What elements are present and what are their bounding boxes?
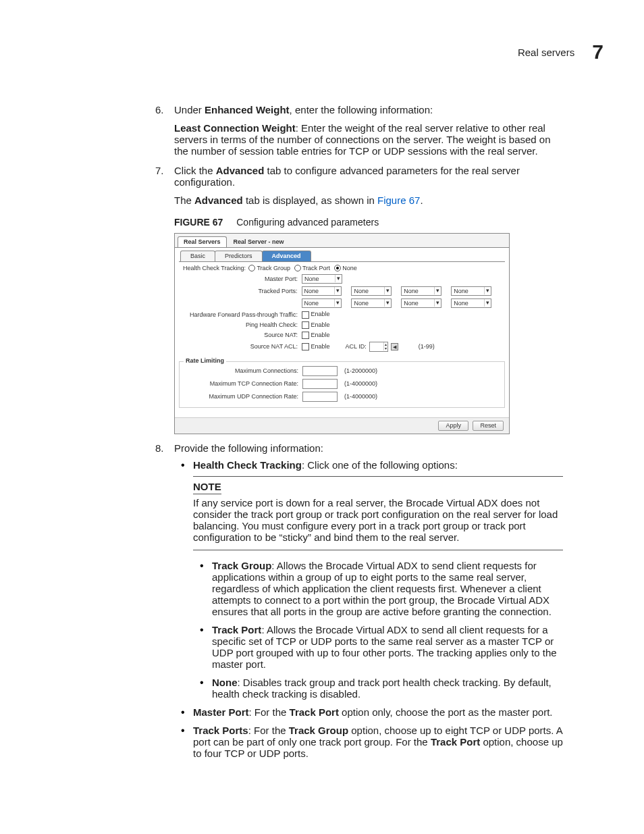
text-bold: Master Port [193,706,249,718]
checkbox-ping[interactable]: Enable [302,321,330,329]
bullet-track-ports: Track Ports: For the Track Group option,… [174,725,563,759]
step8-intro: Provide the following information: [174,442,323,454]
radio-track-group[interactable]: Track Group [248,265,290,272]
text-bold: Track Port [431,736,480,748]
bullet-track-group: Track Group: Allows the Brocade Virtual … [193,560,563,617]
bullet-health-check-tracking: Health Check Tracking: Click one of the … [174,459,563,700]
step7-line2: The Advanced tab is displayed, as shown … [174,194,563,206]
text: Under [174,104,205,115]
checkbox-label: Enable [311,321,330,328]
figure-advanced-tab: Real Servers Real Server - new Basic Pre… [174,233,510,434]
tracked-port-select[interactable]: None [302,298,342,308]
row-hw-forward: Hardware Forward Pass-through Traffic: E… [183,311,501,318]
text: , enter the following information: [290,104,433,115]
apply-button[interactable]: Apply [438,421,468,431]
text: : Click one of the following options: [302,459,458,471]
text: : Disables track group and track port he… [212,677,552,700]
chapter-number: 7 [592,41,603,63]
label: Maximum TCP Connection Rate: [184,380,302,388]
radio-icon [334,265,341,271]
text-bold: Advanced [216,165,265,176]
rate-limiting-group: Rate Limiting Maximum Connections: (1-20… [179,361,505,408]
max-tcp-input[interactable] [302,379,338,389]
text-bold: Health Check Tracking [193,459,302,471]
tracked-port-select[interactable]: None [401,286,441,296]
tracked-port-select[interactable]: None [451,286,491,296]
tracked-port-select[interactable]: None [302,286,342,296]
row-max-tcp: Maximum TCP Connection Rate: (1-4000000) [184,379,500,389]
checkbox-label: Enable [311,343,330,350]
range-hint: (1-2000000) [344,367,377,375]
step6-sub: Least Connection Weight: Enter the weigh… [174,122,563,157]
checkbox-icon [302,321,309,329]
figure-link[interactable]: Figure 67 [377,194,420,206]
master-port-select[interactable]: None [302,274,342,284]
checkbox-icon [302,332,309,339]
subtab-bar: Basic Predictors Advanced [175,248,509,261]
text: The [174,194,194,206]
form-body: Health Check Tracking: Track Group Track… [179,261,505,356]
step6-intro: Under Enhanced Weight, enter the followi… [174,104,433,115]
step-6: 6. Under Enhanced Weight, enter the foll… [155,104,563,157]
checkbox-source-nat-acl[interactable]: Enable [302,343,330,350]
range-hint: (1-4000000) [344,380,377,388]
label: Maximum UDP Connection Rate: [184,393,302,400]
range-hint: (1-99) [419,343,435,350]
row-master-port: Master Port: None [183,274,501,284]
step-7: 7. Click the Advanced tab to configure a… [155,165,563,434]
note-body: If any service port is down for a real s… [193,497,563,543]
text: tab is displayed, as shown in [243,194,377,206]
radio-label: None [342,265,357,271]
label: Source NAT: [183,332,302,339]
text: option only, choose the port as the mast… [339,706,553,718]
row-source-nat: Source NAT: Enable [183,332,501,339]
tracked-port-select[interactable]: None [451,298,491,308]
checkbox-icon [302,343,309,350]
button-bar: Apply Reset [175,417,509,434]
text: : For the [249,706,290,718]
content: 6. Under Enhanced Weight, enter the foll… [155,104,563,759]
checkbox-hw-forward[interactable]: Enable [302,311,330,318]
text: . [420,194,423,206]
text-bold: Track Port [212,624,261,635]
checkbox-label: Enable [311,332,330,338]
text-bold: Enhanced Weight [205,104,290,115]
tracked-port-select[interactable]: None [351,298,392,308]
tracked-port-select[interactable]: None [351,286,392,296]
figure-title: Configuring advanced parameters [236,217,379,228]
label: Master Port: [183,276,302,283]
max-udp-input[interactable] [302,392,338,402]
tab-predictors[interactable]: Predictors [215,251,263,261]
step-number: 8. [155,442,164,454]
checkbox-label: Enable [311,311,330,317]
text-bold: Track Group [212,560,271,571]
page-header: Real servers 7 [41,41,603,63]
tracked-port-select[interactable]: None [401,298,441,308]
step-number: 6. [155,104,164,115]
tab-advanced[interactable]: Advanced [262,251,311,261]
max-conn-input[interactable] [302,366,338,376]
step7-line1: Click the Advanced tab to configure adva… [174,165,520,188]
text-bold: Track Port [290,706,339,718]
bullet-master-port: Master Port: For the Track Port option o… [174,706,563,718]
checkbox-source-nat[interactable]: Enable [302,332,330,339]
step-number: 7. [155,165,164,176]
breadcrumb: Real Server - new [231,237,287,247]
step-list: 6. Under Enhanced Weight, enter the foll… [155,104,563,759]
text-bold: Least Connection Weight [174,122,296,134]
clear-icon[interactable]: ◀ [391,343,398,350]
step-8: 8. Provide the following information: He… [155,442,563,759]
tab-real-servers[interactable]: Real Servers [178,236,227,247]
acl-id-input[interactable] [369,342,388,352]
row-tracked-ports-2: None None None None [183,298,501,308]
reset-button[interactable]: Reset [473,421,504,431]
row-max-udp: Maximum UDP Connection Rate: (1-4000000) [184,392,500,402]
header-section: Real servers [518,47,574,58]
tab-basic[interactable]: Basic [180,251,215,261]
label: Hardware Forward Pass-through Traffic: [183,311,302,319]
radio-none[interactable]: None [334,265,357,272]
note-title: NOTE [193,481,221,494]
radio-track-port[interactable]: Track Port [294,265,331,272]
label: Tracked Ports: [183,288,302,295]
text-bold: Advanced [194,194,243,206]
